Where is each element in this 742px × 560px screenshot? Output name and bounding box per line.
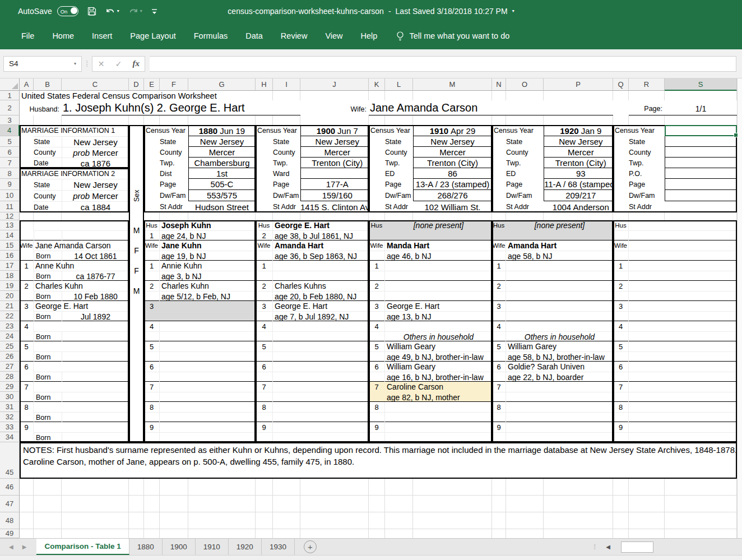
row-header-34[interactable]: 34 <box>0 432 20 442</box>
census-1910-p1[interactable]: 1 <box>369 261 492 281</box>
name-box[interactable]: S4▾ <box>3 56 82 72</box>
cell[interactable]: 8 <box>144 402 160 412</box>
sheet-tab-1910[interactable]: 1910 <box>196 539 229 555</box>
row-header-8[interactable]: 8 <box>0 168 20 179</box>
field-label[interactable]: St Addr <box>629 201 665 212</box>
marriage-info-block[interactable]: MARRIAGE INFORMATION 1 StateNew Jersey C… <box>20 125 129 212</box>
cell[interactable]: 3 <box>256 301 273 311</box>
cell[interactable]: 1 <box>144 261 160 271</box>
row-header-14[interactable]: 14 <box>0 230 20 240</box>
cell[interactable]: 2 <box>613 281 629 291</box>
field-label[interactable]: Dw/Fam <box>506 190 544 201</box>
marriage1-title[interactable]: MARRIAGE INFORMATION 1 <box>20 125 129 136</box>
tab-home[interactable]: Home <box>43 24 83 48</box>
field-value[interactable] <box>300 168 374 179</box>
field-value[interactable]: 1004 Anderson <box>544 201 618 212</box>
cell[interactable]: age 24, b NJ <box>160 230 256 240</box>
autosave-toggle[interactable]: On <box>57 6 78 16</box>
cell[interactable]: 4 <box>256 321 273 331</box>
row-header-33[interactable]: 33 <box>0 422 20 432</box>
redo-button[interactable]: ▾ <box>128 7 142 16</box>
field-label[interactable]: County <box>273 147 300 158</box>
field-label[interactable]: State <box>629 136 665 147</box>
cell[interactable]: age 22, b NJ, boarder <box>506 372 613 382</box>
census-blank-hus[interactable]: Hus <box>613 220 737 240</box>
family-child4-row[interactable]: 4Born <box>20 321 129 341</box>
cell[interactable]: Born <box>34 432 62 442</box>
marriage1-date[interactable]: ca 1876 <box>62 158 129 168</box>
sheet-tab-1900[interactable]: 1900 <box>163 539 196 555</box>
column-header-i[interactable]: I <box>273 78 300 91</box>
cell[interactable]: 6 <box>492 362 506 372</box>
row-header-29[interactable]: 29 <box>0 382 20 392</box>
cell[interactable]: age 38, b Jul 1861, NJ <box>273 230 369 240</box>
cell[interactable]: 9 <box>256 422 273 432</box>
husband-label-cell[interactable]: Husband: <box>34 100 62 115</box>
field-label[interactable]: State <box>160 136 188 147</box>
cell[interactable]: 2 <box>20 281 34 291</box>
tab-review[interactable]: Review <box>272 24 317 48</box>
row-header-3[interactable]: 3 <box>0 115 20 125</box>
row-header-9[interactable]: 9 <box>0 179 20 190</box>
census-year-value[interactable]: 1910Apr 29 <box>413 125 492 136</box>
census-year-label[interactable]: Census Year <box>492 125 544 136</box>
field-label[interactable]: Twp. <box>160 158 188 168</box>
family-wife-row[interactable]: WifeJane Amanda CarsonBorn14 Oct 1861 <box>20 240 129 261</box>
row-header-13[interactable]: 13 <box>0 220 20 230</box>
cell[interactable] <box>62 412 129 422</box>
field-value[interactable]: 553/575 <box>188 190 256 201</box>
undo-dropdown-icon[interactable]: ▾ <box>117 9 119 13</box>
census-year-value[interactable]: 1920Jan 9 <box>544 125 618 136</box>
cell[interactable]: age 49, b NJ, brother-in-law <box>385 351 492 362</box>
cell[interactable]: 6 <box>144 362 160 372</box>
cell[interactable]: 2 <box>256 281 273 291</box>
field-label[interactable]: St Addr <box>160 201 188 212</box>
family-child3-row[interactable]: 3George E. HartBornJul 1892 <box>20 301 129 321</box>
cell[interactable]: 14 Oct 1861 <box>62 251 129 261</box>
tab-view[interactable]: View <box>316 24 351 48</box>
column-header-k[interactable]: K <box>369 78 385 91</box>
cell[interactable]: George E. Hart <box>385 301 492 311</box>
field-value[interactable]: New Jersey <box>188 136 256 147</box>
field-label[interactable]: St Addr <box>273 201 300 212</box>
cell[interactable]: 3 <box>492 301 506 311</box>
cell[interactable] <box>34 362 129 372</box>
census-blank-p9[interactable]: 9 <box>613 422 737 442</box>
sex-child1[interactable]: F <box>130 261 143 281</box>
field-label[interactable]: Twp. <box>273 158 300 168</box>
census-1910-p4-others[interactable]: 4Others in household <box>369 321 492 341</box>
wife-label-cell[interactable]: Wife: <box>300 100 369 115</box>
sex-column[interactable]: Sex M F F M <box>129 125 144 442</box>
cell[interactable]: Born <box>34 412 62 422</box>
cell[interactable]: 9 <box>369 422 385 432</box>
sheet-tab-1880[interactable]: 1880 <box>129 539 163 555</box>
wife-name-cell[interactable]: Jane Amanda Carson <box>369 100 613 115</box>
row-header-4-selected[interactable]: 4 <box>0 125 20 136</box>
census-year-label[interactable]: Census Year <box>144 125 188 136</box>
census-1880-p9[interactable]: 9 <box>144 422 256 442</box>
cell[interactable]: Amanda Hart <box>506 240 613 251</box>
field-value[interactable] <box>665 201 737 212</box>
cell[interactable] <box>34 382 129 392</box>
cell[interactable]: age 16, b NJ, brother-in-law <box>385 372 492 382</box>
field-label[interactable]: Dw/Fam <box>160 190 188 201</box>
cell[interactable]: Born <box>34 372 62 382</box>
cell[interactable]: Born <box>34 331 62 341</box>
cell[interactable]: Annie Kuhn <box>160 261 256 271</box>
census-blank-header[interactable]: Census Year State County Twp. P.O. Page … <box>613 125 737 212</box>
cell[interactable]: 8 <box>20 402 34 412</box>
cell[interactable]: Charles Kuhn <box>34 281 129 291</box>
cell[interactable]: Born <box>34 251 62 261</box>
census-1910-p9[interactable]: 9 <box>369 422 492 442</box>
census-1920-p1[interactable]: 1 <box>492 261 613 281</box>
field-value[interactable]: Trenton (City) <box>544 158 618 168</box>
row-header-48[interactable]: 48 <box>0 512 20 529</box>
row-header-16[interactable]: 16 <box>0 251 20 261</box>
cell[interactable]: 1 <box>492 261 506 271</box>
cell[interactable] <box>34 341 129 351</box>
marriage2-title[interactable]: MARRIAGE INFORMATION 2 <box>20 168 129 179</box>
census-year-value[interactable]: 1880Jun 19 <box>188 125 256 136</box>
row-header-20[interactable]: 20 <box>0 291 20 301</box>
field-label[interactable]: State <box>385 136 413 147</box>
cell[interactable]: Wife <box>613 240 629 251</box>
